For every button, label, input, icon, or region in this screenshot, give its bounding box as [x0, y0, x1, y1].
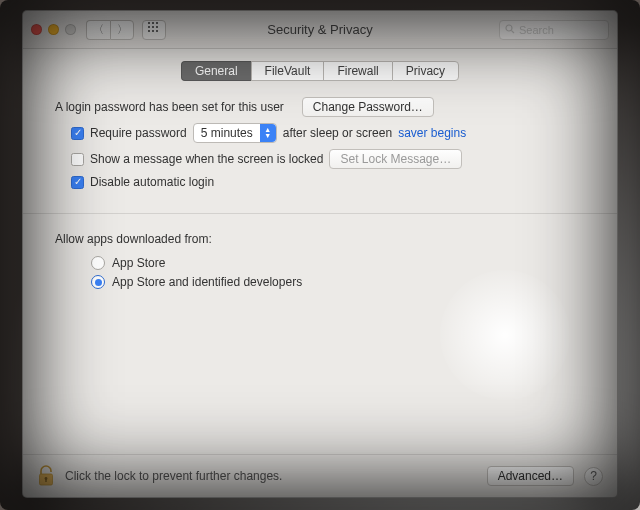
back-button[interactable]: 〈 [86, 20, 110, 40]
show-message-label: Show a message when the screen is locked [90, 152, 323, 166]
help-button[interactable]: ? [584, 467, 603, 486]
radio-app-store-and-developers-label: App Store and identified developers [112, 275, 302, 289]
disable-auto-login-checkbox[interactable]: ✓ [71, 176, 84, 189]
require-password-label: Require password [90, 126, 187, 140]
tab-general[interactable]: General [181, 61, 251, 81]
radio-app-store[interactable] [91, 256, 105, 270]
svg-rect-2 [156, 22, 158, 24]
svg-rect-7 [152, 30, 154, 32]
search-input[interactable]: Search [499, 20, 609, 40]
change-password-button[interactable]: Change Password… [302, 97, 434, 117]
svg-rect-13 [45, 479, 46, 482]
allow-apps-heading: Allow apps downloaded from: [55, 232, 212, 246]
preferences-window: 〈 〉 Security & Privacy Search General Fi… [22, 10, 618, 498]
svg-rect-3 [148, 26, 150, 28]
svg-point-9 [506, 25, 512, 31]
tab-filevault[interactable]: FileVault [251, 61, 324, 81]
general-pane: A login password has been set for this u… [23, 89, 617, 454]
allow-apps-radio-group: App Store App Store and identified devel… [91, 256, 591, 294]
forward-button[interactable]: 〉 [110, 20, 134, 40]
search-placeholder: Search [519, 24, 554, 36]
require-password-delay-select[interactable]: 5 minutes ▲▼ [193, 123, 277, 143]
zoom-icon[interactable] [65, 24, 76, 35]
lock-icon[interactable] [37, 465, 55, 487]
footer: Click the lock to prevent further change… [23, 454, 617, 497]
traffic-lights [31, 24, 76, 35]
tab-bar: General FileVault Firewall Privacy [23, 49, 617, 89]
advanced-button[interactable]: Advanced… [487, 466, 574, 486]
require-password-checkbox[interactable]: ✓ [71, 127, 84, 140]
svg-rect-4 [152, 26, 154, 28]
search-icon [505, 24, 515, 36]
after-sleep-text-a: after sleep or screen [283, 126, 392, 140]
after-sleep-text-b: saver begins [398, 126, 466, 140]
lock-help-text: Click the lock to prevent further change… [65, 469, 282, 483]
svg-rect-5 [156, 26, 158, 28]
help-icon: ? [590, 469, 597, 483]
stepper-arrows-icon: ▲▼ [260, 124, 276, 142]
minimize-icon[interactable] [48, 24, 59, 35]
tab-firewall[interactable]: Firewall [323, 61, 391, 81]
svg-rect-0 [148, 22, 150, 24]
password-set-label: A login password has been set for this u… [55, 100, 284, 114]
svg-rect-8 [156, 30, 158, 32]
svg-rect-1 [152, 22, 154, 24]
delay-value: 5 minutes [194, 126, 260, 140]
svg-line-10 [511, 30, 514, 33]
radio-app-store-label: App Store [112, 256, 165, 270]
tab-privacy[interactable]: Privacy [392, 61, 459, 81]
titlebar: 〈 〉 Security & Privacy Search [23, 11, 617, 49]
radio-app-store-and-developers[interactable] [91, 275, 105, 289]
show-all-button[interactable] [142, 20, 166, 40]
set-lock-message-button[interactable]: Set Lock Message… [329, 149, 462, 169]
nav-buttons: 〈 〉 [86, 20, 134, 40]
svg-rect-6 [148, 30, 150, 32]
disable-auto-login-label: Disable automatic login [90, 175, 214, 189]
grid-icon [148, 22, 160, 37]
chevron-right-icon: 〉 [117, 22, 128, 37]
divider [23, 213, 617, 214]
show-message-checkbox[interactable] [71, 153, 84, 166]
close-icon[interactable] [31, 24, 42, 35]
chevron-left-icon: 〈 [93, 22, 104, 37]
